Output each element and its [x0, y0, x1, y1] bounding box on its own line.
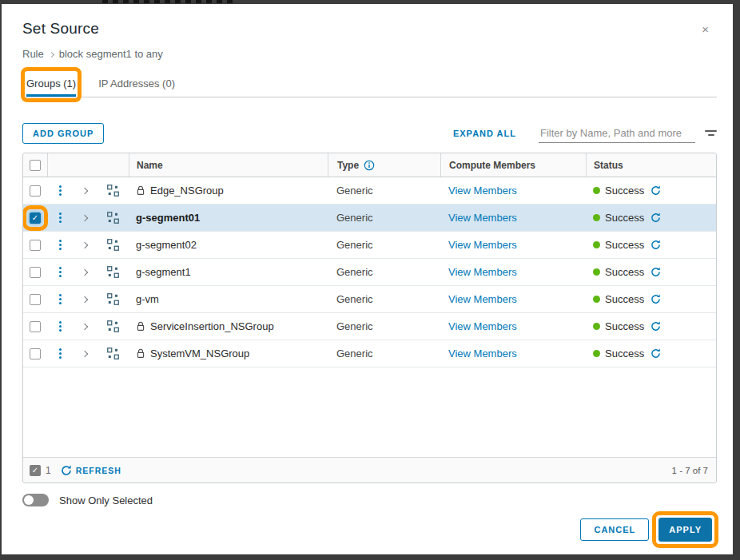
tab-ip-addresses[interactable]: IP Addresses (0)	[98, 73, 175, 97]
group-name[interactable]: Edge_NSGroup	[150, 185, 224, 197]
view-members-link[interactable]: View Members	[448, 293, 517, 305]
view-members-link[interactable]: View Members	[448, 212, 517, 224]
expand-chevron-icon[interactable]	[82, 187, 88, 193]
kebab-menu-icon[interactable]	[58, 184, 63, 197]
table-body: Edge_NSGroup Generic View Members Succes…	[23, 177, 716, 457]
row-chevron-cell	[73, 340, 97, 367]
expand-chevron-icon[interactable]	[82, 268, 88, 275]
row-checkbox[interactable]: ✓	[30, 212, 41, 224]
group-name[interactable]: ServiceInsertion_NSGroup	[150, 320, 274, 332]
filter-icon[interactable]	[705, 130, 717, 137]
table-row[interactable]: Edge_NSGroup Generic View Members Succes…	[23, 177, 716, 205]
row-checkbox[interactable]	[30, 185, 41, 197]
group-name[interactable]: g-vm	[136, 293, 159, 305]
kebab-menu-icon[interactable]	[58, 320, 63, 333]
kebab-menu-icon[interactable]	[58, 265, 63, 279]
row-type-cell: Generic	[328, 177, 440, 204]
kebab-menu-icon[interactable]	[58, 292, 63, 306]
table-toolbar: ADD GROUP EXPAND ALL	[22, 123, 717, 144]
close-icon[interactable]: ×	[702, 23, 709, 35]
view-members-link[interactable]: View Members	[448, 320, 517, 332]
expand-chevron-icon[interactable]	[82, 214, 88, 220]
view-members-link[interactable]: View Members	[448, 266, 517, 278]
table-row[interactable]: ✓ g-segmen	[23, 205, 716, 232]
status-success-dot	[593, 350, 600, 357]
status-refresh-icon[interactable]	[650, 185, 661, 196]
row-checkbox[interactable]	[30, 321, 41, 332]
view-members-link[interactable]: View Members	[448, 348, 517, 359]
row-kebab-cell	[47, 232, 73, 258]
show-only-selected-label: Show Only Selected	[59, 494, 153, 506]
status-text: Success	[605, 212, 644, 224]
toolbar-right: EXPAND ALL	[453, 125, 717, 143]
table-row[interactable]: ServiceInsertion_NSGroup Generic View Me…	[23, 313, 716, 340]
table-row[interactable]: g-segment1 Generic View Members Success	[23, 259, 716, 286]
row-checkbox-cell	[23, 177, 47, 204]
status-text: Success	[605, 320, 644, 332]
row-group-icon-cell	[97, 232, 129, 258]
row-type-cell: Generic	[328, 340, 440, 367]
page-title: Set Source	[22, 20, 717, 38]
row-status-cell: Success	[586, 205, 716, 231]
row-status-cell: Success	[586, 177, 716, 204]
kebab-menu-icon[interactable]	[58, 238, 63, 252]
expand-chevron-icon[interactable]	[82, 350, 88, 356]
row-checkbox-cell	[23, 313, 47, 340]
row-checkbox[interactable]	[30, 294, 41, 305]
row-status-cell: Success	[586, 340, 716, 367]
row-group-icon-cell	[97, 340, 129, 367]
add-group-button[interactable]: ADD GROUP	[22, 123, 104, 144]
refresh-link[interactable]: REFRESH	[76, 466, 121, 475]
row-name-cell: g-vm	[129, 286, 328, 312]
row-name-cell: Edge_NSGroup	[129, 177, 328, 204]
table-row[interactable]: g-vm Generic View Members Success	[23, 286, 716, 313]
expand-chevron-icon[interactable]	[82, 323, 88, 329]
set-source-dialog: Set Source × Rule block segment1 to any …	[2, 4, 733, 554]
row-checkbox-cell	[23, 232, 47, 258]
group-name[interactable]: g-segment02	[136, 239, 197, 251]
table-row[interactable]: SystemVM_NSGroup Generic View Members Su…	[23, 340, 716, 367]
group-type: Generic	[336, 266, 373, 278]
status-refresh-icon[interactable]	[650, 294, 661, 304]
refresh-icon[interactable]	[61, 465, 72, 476]
row-checkbox[interactable]	[30, 348, 41, 359]
group-name[interactable]: SystemVM_NSGroup	[150, 348, 249, 359]
status-refresh-icon[interactable]	[650, 348, 661, 359]
expand-chevron-icon[interactable]	[82, 241, 88, 248]
cancel-button[interactable]: CANCEL	[580, 518, 649, 541]
show-only-selected-toggle[interactable]	[22, 494, 49, 506]
kebab-menu-icon[interactable]	[58, 211, 63, 224]
row-chevron-cell	[73, 259, 97, 285]
header-type: Type	[328, 153, 440, 177]
tab-groups[interactable]: Groups (1)	[26, 73, 76, 97]
status-success-dot	[593, 187, 600, 194]
breadcrumb-current: block segment1 to any	[59, 48, 163, 60]
info-icon[interactable]	[364, 160, 375, 171]
row-checkbox[interactable]	[30, 240, 41, 251]
status-success-dot	[593, 296, 600, 303]
status-refresh-icon[interactable]	[650, 240, 661, 250]
row-name-cell: g-segment02	[129, 232, 328, 258]
row-checkbox[interactable]	[30, 267, 41, 278]
apply-button[interactable]: APPLY	[658, 518, 712, 542]
select-all-checkbox[interactable]	[30, 160, 41, 171]
view-members-link[interactable]: View Members	[448, 239, 517, 251]
status-refresh-icon[interactable]	[650, 267, 661, 277]
kebab-menu-icon[interactable]	[58, 347, 63, 360]
group-grid-icon	[107, 348, 119, 359]
background-page-remnant	[102, 0, 237, 3]
breadcrumb-parent[interactable]: Rule	[22, 48, 44, 60]
status-refresh-icon[interactable]	[650, 321, 661, 332]
group-name[interactable]: g-segment01	[136, 212, 200, 224]
group-grid-icon	[107, 320, 119, 332]
view-members-link[interactable]: View Members	[448, 185, 517, 197]
filter-input[interactable]	[539, 125, 695, 143]
table-row[interactable]: g-segment02 Generic View Members Success	[23, 232, 716, 259]
row-chevron-cell	[73, 177, 97, 204]
expand-chevron-icon[interactable]	[82, 296, 88, 302]
expand-all-link[interactable]: EXPAND ALL	[453, 129, 516, 138]
status-refresh-icon[interactable]	[650, 212, 661, 223]
row-checkbox-cell	[23, 286, 47, 312]
row-compute-cell: View Members	[440, 313, 586, 340]
group-name[interactable]: g-segment1	[136, 266, 191, 278]
